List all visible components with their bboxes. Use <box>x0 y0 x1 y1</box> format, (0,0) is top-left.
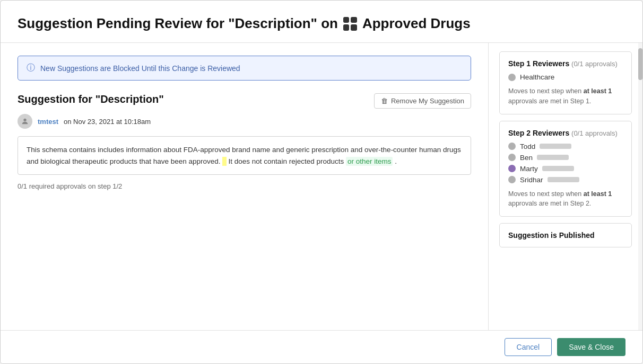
modal-footer: Cancel Save & Close <box>1 330 642 363</box>
step2-note: Moves to next step when at least 1 appro… <box>508 189 623 209</box>
reviewer-healthcare: Healthcare <box>508 73 623 81</box>
reviewer-marty: Marty <box>508 165 623 173</box>
step2-header: Step 2 Reviewers (0/1 approvals) <box>508 129 623 137</box>
user-meta: tmtest on Nov 23, 2021 at 10:18am <box>18 114 471 129</box>
reviewer-dot-ben <box>508 154 516 161</box>
description-box: This schema contains includes informatio… <box>18 136 471 175</box>
reviewer-blur-todd <box>540 144 571 149</box>
reviewer-dot-sridhar <box>508 176 516 183</box>
reviewer-name: Healthcare <box>520 73 554 81</box>
alert-box: ⓘ New Suggestions are Blocked Until this… <box>18 56 471 81</box>
main-content: ⓘ New Suggestions are Blocked Until this… <box>1 43 489 330</box>
sidebar: Step 1 Reviewers (0/1 approvals) Healthc… <box>489 43 642 330</box>
desc-highlight-green: or other items <box>346 157 393 166</box>
svg-point-0 <box>23 119 26 121</box>
reviewer-name-todd: Todd <box>520 143 535 150</box>
info-icon: ⓘ <box>27 63 35 74</box>
reviewer-blur-sridhar <box>548 177 579 182</box>
title-prefix: Suggestion Pending Review for "Descripti… <box>18 15 338 32</box>
step2-approvals: (0/1 approvals) <box>571 129 618 137</box>
reviewer-name-sridhar: Sridhar <box>520 176 543 184</box>
reviewer-name-marty: Marty <box>520 165 538 173</box>
user-date: on Nov 23, 2021 at 10:18am <box>64 118 151 126</box>
title-table: Approved Drugs <box>362 15 471 32</box>
step1-approvals: (0/1 approvals) <box>571 60 618 68</box>
avatar <box>18 114 32 129</box>
step2-label: Step 2 Reviewers <box>508 129 569 137</box>
step1-header: Step 1 Reviewers (0/1 approvals) <box>508 59 623 68</box>
published-step: Suggestion is Published <box>499 223 632 247</box>
reviewer-todd: Todd <box>508 143 623 150</box>
step2-box: Step 2 Reviewers (0/1 approvals) Todd Be… <box>499 121 632 217</box>
grid-icon <box>343 17 357 31</box>
reviewer-dot-todd <box>508 143 516 150</box>
suggestion-section: 🗑 Remove My Suggestion Suggestion for "D… <box>18 93 471 114</box>
modal-title: Suggestion Pending Review for "Descripti… <box>18 15 625 32</box>
reviewer-dot-marty <box>508 165 516 172</box>
desc-text-2: It does not contain rejected products <box>229 157 346 165</box>
scrollbar-thumb[interactable] <box>638 48 642 80</box>
step1-box: Step 1 Reviewers (0/1 approvals) Healthc… <box>499 51 632 114</box>
published-label: Suggestion is Published <box>508 231 623 239</box>
cancel-button[interactable]: Cancel <box>505 338 552 356</box>
alert-text: New Suggestions are Blocked Until this C… <box>40 64 240 73</box>
reviewer-dot <box>508 74 516 81</box>
trash-icon: 🗑 <box>381 97 388 105</box>
reviewer-name-ben: Ben <box>520 154 533 162</box>
save-close-button[interactable]: Save & Close <box>557 338 625 356</box>
modal-header: Suggestion Pending Review for "Descripti… <box>1 1 642 43</box>
remove-button-label: Remove My Suggestion <box>391 97 464 105</box>
desc-end: . <box>395 157 397 165</box>
approvals-status: 0/1 required approvals on step 1/2 <box>18 182 471 190</box>
modal-body: ⓘ New Suggestions are Blocked Until this… <box>1 43 642 330</box>
step1-note: Moves to next step when at least 1 appro… <box>508 86 623 106</box>
remove-suggestion-button[interactable]: 🗑 Remove My Suggestion <box>374 93 471 109</box>
desc-highlight-yellow <box>222 157 227 166</box>
modal: Suggestion Pending Review for "Descripti… <box>0 0 643 364</box>
reviewer-blur-ben <box>537 155 569 160</box>
user-link[interactable]: tmtest <box>38 118 58 126</box>
scrollbar-track[interactable] <box>638 43 642 330</box>
reviewer-ben: Ben <box>508 154 623 162</box>
reviewer-blur-marty <box>542 166 574 171</box>
reviewer-sridhar: Sridhar <box>508 176 623 184</box>
step1-label: Step 1 Reviewers <box>508 59 569 68</box>
